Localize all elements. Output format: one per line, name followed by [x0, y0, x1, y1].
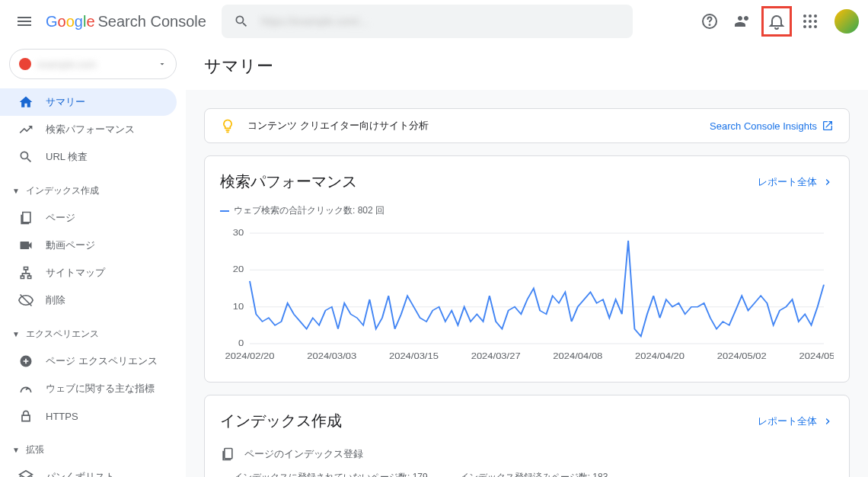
- apps-button[interactable]: [795, 6, 825, 37]
- insights-link-label: Search Console Insights: [710, 120, 817, 132]
- bell-icon: [767, 12, 786, 30]
- menu-button[interactable]: [9, 6, 40, 37]
- indexing-legend: インデックスに登録されていないページ数: 179 インデックス登録済みページ数:…: [220, 471, 834, 477]
- search-value: https://example.com/...: [261, 15, 369, 27]
- svg-point-9: [809, 25, 812, 28]
- lock-icon: [18, 408, 34, 424]
- sitemap-icon: [18, 265, 34, 280]
- nav-label: 削除: [46, 293, 65, 307]
- notifications-button[interactable]: [761, 6, 792, 37]
- sidebar: example.com サマリー 検索パフォーマンス URL 検査 ▼インデック…: [0, 43, 186, 477]
- svg-point-8: [803, 25, 806, 28]
- svg-text:20: 20: [233, 266, 244, 274]
- nav-sec0-item1[interactable]: 動画ページ: [0, 232, 177, 259]
- indexing-subheader-label: ページのインデックス登録: [244, 447, 363, 461]
- nav-item-0[interactable]: サマリー: [0, 88, 177, 116]
- nav-section-0[interactable]: ▼インデックス作成: [0, 177, 186, 204]
- hamburger-icon: [15, 12, 34, 30]
- open-in-new-icon: [822, 120, 834, 132]
- main-content: サマリー コンテンツ クリエイター向けサイト分析 Search Console …: [186, 43, 868, 477]
- nav-label: サイトマップ: [46, 266, 105, 280]
- performance-chart[interactable]: 01020302024/02/202024/03/032024/03/15202…: [220, 229, 834, 367]
- property-name: example.com: [37, 59, 152, 70]
- insights-link[interactable]: Search Console Insights: [710, 120, 834, 132]
- svg-point-2: [803, 14, 806, 18]
- nav-sec1-item2[interactable]: HTTPS: [0, 402, 177, 430]
- indexed-legend: インデックス登録済みページ数: 183: [446, 471, 608, 477]
- header-actions: [694, 6, 859, 37]
- chevron-right-icon: [822, 415, 834, 427]
- google-logo: Google: [46, 13, 95, 30]
- svg-point-1: [710, 24, 710, 25]
- search-bar[interactable]: https://example.com/...: [222, 5, 633, 38]
- nav-sec1-item1[interactable]: ウェブに関する主な指標: [0, 375, 177, 402]
- svg-text:2024/02/20: 2024/02/20: [225, 352, 275, 360]
- svg-text:2024/03/27: 2024/03/27: [471, 352, 521, 360]
- nav-label: 動画ページ: [46, 238, 95, 252]
- logo[interactable]: Google Search Console: [46, 13, 206, 30]
- nav-section-2[interactable]: ▼拡張: [0, 436, 186, 463]
- apps-icon: [801, 12, 819, 30]
- page-title: サマリー: [186, 43, 868, 90]
- layers-icon: [18, 469, 34, 477]
- insights-card: コンテンツ クリエイター向けサイト分析 Search Console Insig…: [204, 108, 850, 143]
- nav-label: HTTPS: [46, 411, 78, 422]
- insights-text: コンテンツ クリエイター向けサイト分析: [247, 119, 710, 133]
- trending-icon: [18, 122, 34, 137]
- users-icon: [734, 12, 752, 30]
- performance-title: 検索パフォーマンス: [220, 171, 357, 192]
- nav-sec1-item0[interactable]: ページ エクスペリエンス: [0, 347, 177, 375]
- svg-text:30: 30: [233, 229, 244, 237]
- nav-sec0-item3[interactable]: 削除: [0, 287, 177, 314]
- pages-icon: [18, 210, 34, 226]
- nav-label: ページ: [46, 211, 75, 225]
- nav-label: 検索パフォーマンス: [46, 123, 135, 136]
- not-indexed-legend: インデックスに登録されていないページ数: 179: [220, 471, 428, 477]
- home-icon: [18, 94, 34, 110]
- svg-point-4: [814, 14, 817, 18]
- svg-text:0: 0: [238, 339, 244, 347]
- svg-text:2024/04/08: 2024/04/08: [553, 352, 602, 360]
- property-selector[interactable]: example.com: [9, 49, 177, 79]
- nav-item-2[interactable]: URL 検査: [0, 143, 177, 171]
- property-favicon: [19, 58, 31, 70]
- nav-section-1[interactable]: ▼エクスペリエンス: [0, 320, 186, 347]
- svg-text:2024/05/14: 2024/05/14: [799, 352, 834, 360]
- indexing-card: インデックス作成 レポート全体 ページのインデックス登録 インデックスに: [204, 395, 850, 477]
- nav-sec2-item0[interactable]: パンくずリスト: [0, 463, 177, 477]
- legend-label: ウェブ検索の合計クリック数: 802 回: [234, 204, 385, 217]
- chevron-down-icon: ▼: [12, 330, 20, 338]
- svg-point-5: [803, 20, 806, 23]
- svg-text:2024/04/20: 2024/04/20: [635, 352, 685, 360]
- svg-text:2024/03/03: 2024/03/03: [307, 352, 356, 360]
- svg-point-6: [809, 20, 812, 23]
- help-button[interactable]: [694, 6, 725, 37]
- nav-label: ページ エクスペリエンス: [46, 354, 158, 368]
- users-button[interactable]: [728, 6, 758, 37]
- svg-point-10: [814, 25, 817, 28]
- nav-label: URL 検査: [46, 150, 88, 164]
- full-report-label: レポート全体: [758, 175, 817, 189]
- indexing-title: インデックス作成: [220, 411, 342, 431]
- nav-sec0-item2[interactable]: サイトマップ: [0, 259, 177, 287]
- chevron-down-icon: ▼: [12, 446, 20, 454]
- lightbulb-icon: [220, 118, 235, 133]
- performance-card: 検索パフォーマンス レポート全体 ウェブ検索の合計クリック数: 802 回 01…: [204, 155, 850, 383]
- full-report-link[interactable]: レポート全体: [758, 175, 834, 189]
- header: Google Search Console https://example.co…: [0, 0, 868, 43]
- avatar[interactable]: [834, 9, 859, 34]
- svg-text:2024/03/15: 2024/03/15: [389, 352, 439, 360]
- chart-legend: ウェブ検索の合計クリック数: 802 回: [220, 204, 834, 217]
- gauge-icon: [18, 381, 34, 396]
- nav-label: サマリー: [46, 95, 85, 109]
- svg-text:10: 10: [233, 303, 244, 310]
- nav-item-1[interactable]: 検索パフォーマンス: [0, 116, 177, 143]
- search-icon: [18, 149, 34, 165]
- search-icon: [234, 14, 249, 29]
- indexing-subheader: ページのインデックス登録: [220, 447, 834, 462]
- indexing-full-report-link[interactable]: レポート全体: [758, 415, 834, 428]
- nav-sec0-item0[interactable]: ページ: [0, 204, 177, 232]
- svg-point-7: [814, 20, 817, 23]
- plus-circle-icon: [18, 354, 34, 369]
- svg-rect-28: [225, 449, 232, 459]
